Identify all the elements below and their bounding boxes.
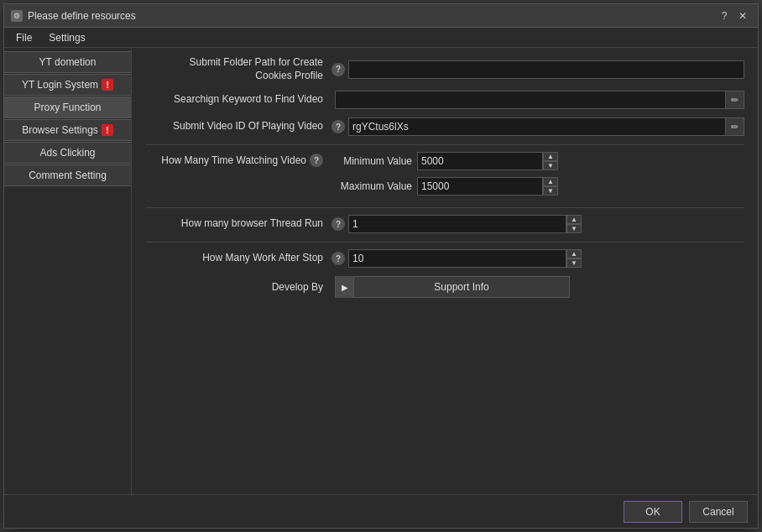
work-after-stop-spin-down[interactable]: ▼ bbox=[566, 258, 582, 268]
sidebar-label-ads-clicking: Ads Clicking bbox=[39, 147, 95, 159]
browser-thread-input[interactable] bbox=[348, 215, 566, 233]
work-after-stop-spin-up[interactable]: ▲ bbox=[566, 249, 582, 258]
submit-folder-row: Submit Folder Path for CreateCookies Pro… bbox=[145, 56, 744, 82]
menu-file[interactable]: File bbox=[8, 30, 40, 45]
sidebar-label-proxy-function: Proxy Function bbox=[34, 102, 101, 113]
browser-thread-help-icon[interactable]: ? bbox=[331, 217, 345, 231]
support-arrow-icon: ▶ bbox=[336, 276, 354, 298]
work-after-stop-label: How Many Work After Stop bbox=[145, 252, 330, 265]
watching-video-label: How Many Time Watching Video bbox=[161, 154, 306, 166]
sidebar-item-yt-dometion[interactable]: YT dometion bbox=[4, 51, 131, 73]
sidebar-label-yt-dometion: YT dometion bbox=[39, 56, 97, 68]
watching-video-block: How Many Time Watching Video ? Minimum V… bbox=[145, 152, 744, 199]
content-area: YT dometion YT Login System ! Proxy Func… bbox=[4, 48, 758, 494]
browser-thread-spin-up[interactable]: ▲ bbox=[566, 215, 582, 224]
divider-1 bbox=[145, 144, 744, 145]
main-panel: Submit Folder Path for CreateCookies Pro… bbox=[132, 48, 758, 494]
work-after-stop-spinner-btns: ▲ ▼ bbox=[566, 249, 582, 268]
submit-folder-input[interactable] bbox=[348, 60, 744, 79]
divider-2 bbox=[145, 207, 744, 208]
max-spin-up[interactable]: ▲ bbox=[543, 177, 558, 186]
cancel-button[interactable]: Cancel bbox=[689, 501, 748, 523]
max-spinner-btns: ▲ ▼ bbox=[543, 177, 558, 196]
ok-button[interactable]: OK bbox=[624, 501, 682, 523]
develop-by-label: Develop By bbox=[145, 281, 330, 293]
sidebar-item-browser-settings[interactable]: Browser Settings ! bbox=[4, 119, 131, 141]
menu-bar: File Settings bbox=[4, 28, 758, 48]
support-info-button[interactable]: ▶ Support Info bbox=[335, 276, 570, 298]
divider-3 bbox=[145, 242, 744, 243]
work-after-stop-input[interactable] bbox=[348, 249, 566, 268]
min-spinner-btns: ▲ ▼ bbox=[543, 152, 558, 170]
support-info-label: Support Info bbox=[354, 281, 569, 293]
sidebar-item-proxy-function[interactable]: Proxy Function bbox=[4, 96, 131, 118]
submit-folder-label: Submit Folder Path for CreateCookies Pro… bbox=[145, 56, 330, 82]
min-spin-up[interactable]: ▲ bbox=[543, 152, 558, 161]
yt-login-badge: ! bbox=[102, 79, 113, 91]
submit-folder-help-icon[interactable]: ? bbox=[331, 63, 345, 76]
develop-by-row: Develop By ▶ Support Info bbox=[145, 276, 744, 298]
max-value-input[interactable] bbox=[417, 177, 543, 196]
work-after-stop-help-icon[interactable]: ? bbox=[331, 252, 345, 265]
sidebar-label-browser-settings: Browser Settings bbox=[22, 124, 98, 136]
close-button[interactable]: ✕ bbox=[734, 8, 751, 23]
searching-keyword-input[interactable] bbox=[335, 91, 726, 109]
help-button[interactable]: ? bbox=[716, 8, 733, 23]
max-spin-down[interactable]: ▼ bbox=[543, 186, 558, 196]
sidebar-item-comment-setting[interactable]: Comment Setting bbox=[4, 164, 131, 186]
searching-keyword-label: Searchign Keyword to Find Video bbox=[145, 93, 330, 107]
sidebar: YT dometion YT Login System ! Proxy Func… bbox=[4, 48, 132, 494]
submit-video-id-row: Submit Video ID Of Playing Video ? ✏ bbox=[145, 117, 744, 136]
browser-thread-label: How many browser Thread Run bbox=[145, 217, 330, 231]
submit-video-id-input[interactable] bbox=[348, 117, 726, 136]
sidebar-item-ads-clicking[interactable]: Ads Clicking bbox=[4, 142, 131, 164]
sidebar-label-yt-login-system: YT Login System bbox=[22, 79, 98, 91]
min-value-label: Minimum Value bbox=[333, 155, 417, 167]
browser-thread-row: How many browser Thread Run ? ▲ ▼ bbox=[145, 215, 744, 233]
sidebar-label-comment-setting: Comment Setting bbox=[29, 170, 107, 181]
submit-video-id-edit-btn[interactable]: ✏ bbox=[726, 117, 744, 136]
searching-keyword-row: Searchign Keyword to Find Video ✏ bbox=[145, 91, 744, 109]
min-value-input[interactable] bbox=[417, 152, 543, 170]
browser-thread-spinner-btns: ▲ ▼ bbox=[566, 215, 582, 233]
main-dialog: ⚙ Please define resources ? ✕ File Setti… bbox=[3, 3, 759, 529]
searching-keyword-edit-btn[interactable]: ✏ bbox=[726, 91, 744, 109]
submit-video-id-help-icon[interactable]: ? bbox=[331, 120, 345, 133]
submit-video-id-label: Submit Video ID Of Playing Video bbox=[145, 120, 330, 133]
max-value-label: Maximum Value bbox=[333, 180, 417, 192]
min-spin-down[interactable]: ▼ bbox=[543, 161, 558, 170]
dialog-icon: ⚙ bbox=[11, 10, 23, 22]
bottom-bar: OK Cancel bbox=[4, 494, 758, 528]
menu-settings[interactable]: Settings bbox=[40, 30, 93, 45]
dialog-title: Please define resources bbox=[28, 10, 714, 22]
browser-settings-badge: ! bbox=[102, 124, 113, 136]
watching-video-help-icon[interactable]: ? bbox=[310, 154, 323, 167]
work-after-stop-row: How Many Work After Stop ? ▲ ▼ bbox=[145, 249, 744, 268]
max-value-row: Maximum Value ▲ ▼ bbox=[333, 177, 558, 196]
title-bar: ⚙ Please define resources ? ✕ bbox=[4, 4, 758, 28]
sidebar-item-yt-login-system[interactable]: YT Login System ! bbox=[4, 74, 131, 96]
min-value-row: Minimum Value ▲ ▼ bbox=[333, 152, 558, 170]
browser-thread-spin-down[interactable]: ▼ bbox=[566, 224, 582, 233]
